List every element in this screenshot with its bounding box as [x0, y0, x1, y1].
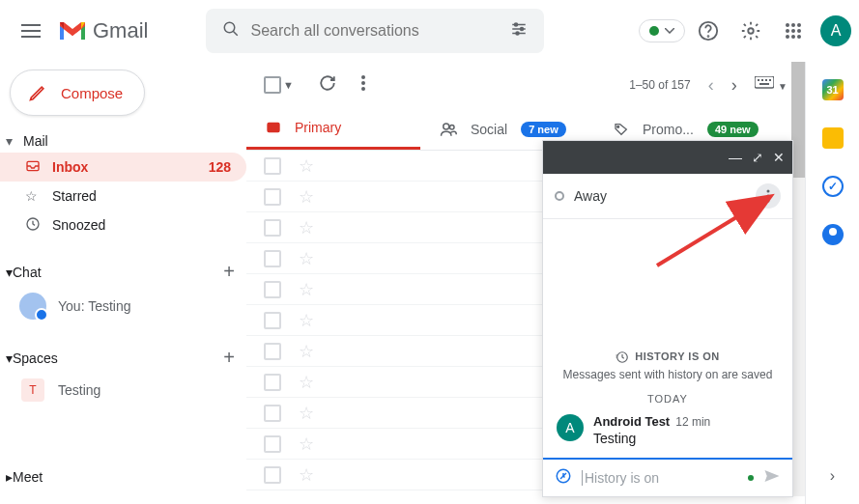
account-avatar[interactable]: A	[820, 15, 851, 46]
chat-titlebar[interactable]: — ⤢ ✕	[543, 141, 792, 174]
gmail-logo[interactable]: Gmail	[58, 18, 148, 43]
close-icon[interactable]: ✕	[773, 150, 785, 165]
search-options-icon[interactable]	[500, 20, 538, 42]
chat-input[interactable]: History is on	[582, 470, 738, 486]
sidebar-item-starred[interactable]: ☆ Starred	[0, 182, 246, 210]
chat-section-toggle[interactable]: ▾Chat +	[0, 257, 246, 287]
row-star-icon[interactable]: ☆	[299, 310, 314, 331]
svg-point-3	[515, 23, 518, 26]
app-header: Gmail A	[0, 0, 859, 62]
chat-options-button[interactable]	[756, 183, 781, 209]
away-status-icon	[555, 191, 564, 201]
side-panel-toggle[interactable]: ›	[830, 467, 835, 485]
svg-point-34	[767, 195, 770, 198]
row-checkbox[interactable]	[264, 466, 281, 484]
svg-point-35	[767, 200, 770, 203]
new-chat-button[interactable]: +	[223, 261, 235, 283]
svg-point-14	[797, 29, 801, 33]
compose-button[interactable]: Compose	[10, 70, 145, 116]
hamburger-icon	[21, 24, 41, 38]
row-star-icon[interactable]: ☆	[299, 248, 314, 269]
row-checkbox[interactable]	[264, 219, 281, 237]
chat-status-text: Away	[574, 188, 607, 204]
row-checkbox[interactable]	[264, 312, 281, 329]
row-checkbox[interactable]	[264, 281, 281, 298]
svg-rect-24	[758, 79, 759, 81]
chat-avatar-icon	[19, 293, 46, 320]
compose-label: Compose	[61, 85, 123, 101]
row-checkbox[interactable]	[264, 343, 281, 360]
main-menu-button[interactable]	[8, 8, 54, 54]
space-item[interactable]: T Testing	[0, 373, 246, 407]
sidebar-item-inbox[interactable]: Inbox 128	[0, 153, 246, 182]
new-space-button[interactable]: +	[223, 347, 235, 369]
svg-point-31	[450, 125, 455, 129]
contacts-addon[interactable]	[822, 224, 844, 245]
space-avatar-icon: T	[21, 378, 44, 402]
meet-section-label: Meet	[13, 469, 43, 485]
row-star-icon[interactable]: ☆	[299, 403, 314, 424]
inbox-icon	[25, 158, 52, 177]
chat-status-row: Away	[543, 174, 792, 219]
chat-item[interactable]: You: Testing	[0, 287, 246, 325]
calendar-addon[interactable]: 31	[822, 79, 844, 100]
row-star-icon[interactable]: ☆	[299, 279, 314, 300]
search-icon[interactable]	[212, 20, 250, 42]
apps-button[interactable]	[774, 12, 813, 50]
status-dropdown[interactable]	[639, 19, 685, 42]
keep-addon[interactable]	[822, 127, 844, 149]
row-checkbox[interactable]	[264, 405, 281, 422]
search-input[interactable]	[250, 22, 500, 40]
svg-rect-28	[759, 83, 769, 85]
input-tools-button[interactable]: ▼	[755, 76, 787, 94]
next-page-button[interactable]: ›	[731, 75, 737, 96]
spaces-section-toggle[interactable]: ▾Spaces +	[0, 343, 246, 373]
mail-section-toggle[interactable]: ▾Mail	[0, 129, 246, 153]
apps-grid-icon	[785, 22, 802, 40]
row-checkbox[interactable]	[264, 250, 281, 267]
row-star-icon[interactable]: ☆	[299, 434, 314, 455]
settings-button[interactable]	[731, 12, 770, 50]
svg-rect-23	[755, 76, 774, 88]
svg-point-12	[786, 29, 789, 33]
message-time: 12 min	[675, 415, 710, 429]
svg-point-10	[791, 23, 795, 27]
sidebar-item-snoozed[interactable]: Snoozed	[0, 210, 246, 239]
scrollbar[interactable]	[791, 62, 805, 496]
row-checkbox[interactable]	[264, 157, 281, 175]
prev-page-button[interactable]: ‹	[708, 75, 714, 96]
presence-dot-icon	[748, 475, 754, 481]
meet-section-toggle[interactable]: ▸Meet	[0, 465, 246, 489]
row-star-icon[interactable]: ☆	[299, 155, 314, 177]
row-checkbox[interactable]	[264, 374, 281, 391]
tasks-addon[interactable]	[822, 176, 844, 197]
minimize-icon[interactable]: —	[729, 150, 742, 165]
tab-primary-label: Primary	[295, 120, 341, 135]
chat-popup: — ⤢ ✕ Away HISTORY IS ON Messages sent w…	[542, 140, 793, 497]
row-checkbox[interactable]	[264, 188, 281, 206]
history-toggle-icon[interactable]	[555, 467, 572, 489]
support-button[interactable]	[689, 12, 728, 50]
row-star-icon[interactable]: ☆	[299, 341, 314, 362]
svg-point-2	[225, 22, 236, 33]
scrollbar-thumb[interactable]	[791, 62, 805, 178]
refresh-button[interactable]	[319, 74, 336, 96]
svg-point-17	[797, 35, 801, 39]
search-bar[interactable]	[206, 9, 544, 53]
row-star-icon[interactable]: ☆	[299, 186, 314, 208]
svg-point-8	[748, 28, 754, 34]
popout-icon[interactable]: ⤢	[752, 150, 763, 165]
sidebar: Compose ▾Mail Inbox 128 ☆ Starred Snooze…	[0, 62, 246, 504]
spaces-section-label: Spaces	[13, 350, 58, 366]
gmail-icon	[58, 20, 87, 42]
row-star-icon[interactable]: ☆	[299, 372, 314, 393]
keyboard-icon	[755, 76, 774, 90]
row-star-icon[interactable]: ☆	[299, 464, 314, 486]
row-checkbox[interactable]	[264, 435, 281, 453]
select-all-checkbox[interactable]: ▼	[264, 76, 294, 94]
more-button[interactable]	[361, 75, 365, 95]
tab-primary[interactable]: Primary	[246, 108, 420, 150]
send-button[interactable]	[763, 468, 781, 488]
chat-message[interactable]: A Android Test12 min Testing	[557, 414, 779, 446]
row-star-icon[interactable]: ☆	[299, 217, 314, 238]
